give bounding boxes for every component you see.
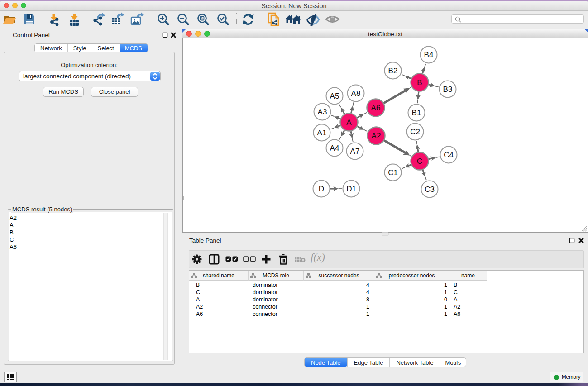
svg-text:C2: C2	[410, 128, 420, 136]
svg-text:B3: B3	[443, 85, 453, 94]
svg-text:A8: A8	[351, 89, 361, 98]
svg-text:A2: A2	[372, 132, 381, 140]
svg-text:A7: A7	[350, 147, 360, 156]
svg-text:A3: A3	[318, 108, 327, 116]
svg-text:C1: C1	[388, 168, 398, 177]
svg-text:A4: A4	[330, 144, 339, 152]
svg-text:B: B	[417, 78, 422, 87]
svg-text:A6: A6	[371, 104, 381, 112]
svg-text:C4: C4	[444, 151, 454, 159]
svg-text:D1: D1	[346, 185, 356, 193]
svg-text:B1: B1	[412, 109, 421, 117]
svg-text:D: D	[319, 185, 324, 193]
svg-text:A5: A5	[330, 92, 339, 100]
svg-text:C3: C3	[425, 185, 435, 194]
svg-text:B4: B4	[424, 51, 434, 59]
svg-text:B2: B2	[388, 67, 398, 75]
svg-text:C: C	[417, 157, 422, 166]
svg-text:A1: A1	[317, 129, 327, 137]
svg-text:A: A	[346, 118, 352, 127]
